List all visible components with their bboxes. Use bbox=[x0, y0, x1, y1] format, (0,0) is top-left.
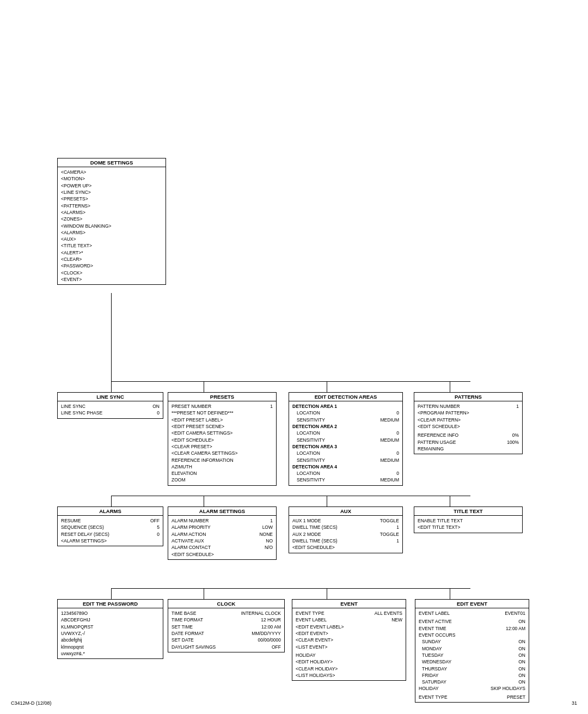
presets-edit-camera[interactable]: <EDIT CAMERA SETTINGS> bbox=[171, 430, 273, 436]
patterns-usage: PATTERN USAGE 100% bbox=[418, 439, 519, 446]
edit-event-title: EDIT EVENT bbox=[415, 600, 529, 608]
alarm-settings-title: ALARM SETTINGS bbox=[168, 507, 276, 516]
event-title: EVENT bbox=[292, 600, 406, 608]
line-sync-box: LINE SYNC LINE SYNC ON LINE SYNC PHASE 0 bbox=[57, 392, 163, 419]
det-area3-sens: SENSITIVITY MEDIUM bbox=[292, 457, 399, 463]
edit-event-label: EVENT LABEL EVENT01 bbox=[419, 610, 525, 617]
presets-ref-info: REFERENCE INFORMATION bbox=[171, 457, 273, 463]
patterns-box: PATTERNS PATTERN NUMBER 1 <PROGRAM PATTE… bbox=[414, 392, 523, 454]
presets-clear-camera[interactable]: <CLEAR CAMERA SETTINGS> bbox=[171, 450, 273, 456]
presets-content: PRESET NUMBER 1 ***PRESET NOT DEFINED***… bbox=[168, 401, 276, 485]
presets-edit-schedule[interactable]: <EDIT SCHEDULE> bbox=[171, 437, 273, 443]
edit-event-type: EVENT TYPE PRESET bbox=[419, 694, 525, 700]
connector-h-row3 bbox=[111, 496, 470, 496]
event-list-holidays[interactable]: <LIST HOLIDAYS> bbox=[296, 672, 402, 679]
aux1-dwell: DWELL TIME (SECS) 1 bbox=[292, 524, 399, 530]
dome-item-alarms2[interactable]: <ALARMS> bbox=[61, 229, 162, 236]
dome-item-zones[interactable]: <ZONES> bbox=[61, 216, 162, 222]
dome-item-password[interactable]: <PASSWORD> bbox=[61, 263, 162, 269]
dome-item-alert[interactable]: <ALERT>* bbox=[61, 249, 162, 256]
det-area4-sens: SENSITIVITY MEDIUM bbox=[292, 477, 399, 483]
alarm-activate-aux: ACTIVATE AUX NO bbox=[171, 538, 273, 544]
connector-v-row3-aux bbox=[327, 496, 327, 506]
connector-v-presets bbox=[204, 381, 204, 392]
event-content: EVENT TYPE ALL EVENTS EVENT LABEL NEW <E… bbox=[292, 608, 406, 680]
dome-item-clock[interactable]: <CLOCK> bbox=[61, 270, 162, 276]
edit-event-wednesday: WEDNESDAY ON bbox=[419, 658, 525, 665]
event-edit-holiday[interactable]: <EDIT HOLIDAY> bbox=[296, 658, 402, 665]
dome-item-motion[interactable]: <MOTION> bbox=[61, 175, 162, 182]
edit-event-box: EDIT EVENT EVENT LABEL EVENT01 EVENT ACT… bbox=[415, 599, 529, 703]
det-area2-sens: SENSITIVITY MEDIUM bbox=[292, 437, 399, 443]
edit-detection-title: EDIT DETECTION AREAS bbox=[289, 393, 402, 401]
alarm-settings-content: ALARM NUMBER 1 ALARM PRIORITY LOW ALARM … bbox=[168, 516, 276, 559]
edit-event-friday: FRIDAY ON bbox=[419, 672, 525, 679]
line-sync-row1: LINE SYNC ON bbox=[61, 403, 160, 410]
edit-detection-content: DETECTION AREA 1 LOCATION 0 SENSITIVITY … bbox=[289, 401, 402, 485]
patterns-edit-schedule[interactable]: <EDIT SCHEDULE> bbox=[418, 423, 519, 430]
dome-item-title-text[interactable]: <TITLE TEXT> bbox=[61, 242, 162, 249]
connector-v-line-sync bbox=[111, 381, 112, 392]
alarm-edit-schedule[interactable]: <EDIT SCHEDULE> bbox=[171, 551, 273, 558]
aux-edit-schedule[interactable]: <EDIT SCHEDULE> bbox=[292, 544, 399, 551]
connector-v-detect bbox=[327, 381, 327, 392]
event-list[interactable]: <LIST EVENT> bbox=[296, 644, 402, 650]
event-clear-holiday[interactable]: <CLEAR HOLIDAY> bbox=[296, 666, 402, 672]
pwd-line7: uvwxyz#&.* bbox=[61, 650, 160, 657]
edit-password-box: EDIT THE PASSWORD 123456789O ABCDEFGHIJ … bbox=[57, 599, 163, 659]
presets-edit-label[interactable]: <EDIT PRESET LABEL> bbox=[171, 417, 273, 423]
connector-v-row4-event bbox=[327, 588, 327, 599]
edit-event-thursday: THURSDAY ON bbox=[419, 666, 525, 672]
aux-title: AUX bbox=[289, 507, 402, 516]
alarm-contact: ALARM CONTACT N/O bbox=[171, 544, 273, 551]
dome-item-camera[interactable]: <CAMERA> bbox=[61, 169, 162, 175]
dome-item-presets[interactable]: <PRESETS> bbox=[61, 196, 162, 202]
clock-box: CLOCK TIME BASE INTERNAL CLOCK TIME FORM… bbox=[168, 599, 285, 652]
event-edit-label[interactable]: <EDIT EVENT LABEL> bbox=[296, 624, 402, 630]
patterns-program[interactable]: <PROGRAM PATTERN> bbox=[418, 410, 519, 416]
line-sync-row2: LINE SYNC PHASE 0 bbox=[61, 410, 160, 416]
dome-item-clear[interactable]: <CLEAR> bbox=[61, 256, 162, 263]
patterns-content: PATTERN NUMBER 1 <PROGRAM PATTERN> <CLEA… bbox=[414, 401, 522, 454]
dome-item-patterns[interactable]: <PATTERNS> bbox=[61, 203, 162, 209]
event-label: EVENT LABEL NEW bbox=[296, 617, 402, 623]
line-sync-label1: LINE SYNC bbox=[61, 403, 150, 410]
aux-box: AUX AUX 1 MODE TOGGLE DWELL TIME (SECS) … bbox=[289, 506, 403, 553]
dome-item-power-up[interactable]: <POWER UP> bbox=[61, 182, 162, 189]
patterns-clear[interactable]: <CLEAR PATTERN> bbox=[418, 417, 519, 423]
dome-item-alarms[interactable]: <ALARMS> bbox=[61, 209, 162, 216]
edit-password-content: 123456789O ABCDEFGHIJ KLMNOPQRST UVWXYZ,… bbox=[58, 608, 163, 658]
dome-item-line-sync[interactable]: <LINE SYNC> bbox=[61, 189, 162, 196]
dome-item-aux[interactable]: <AUX> bbox=[61, 236, 162, 242]
alarms-settings-link[interactable]: <ALARM SETTINGS> bbox=[61, 538, 160, 544]
alarm-number: ALARM NUMBER 1 bbox=[171, 517, 273, 524]
edit-event-occurs-header: EVENT OCCURS bbox=[419, 632, 525, 638]
pwd-line5: abcdefghij bbox=[61, 637, 160, 643]
presets-clear[interactable]: <CLEAR PRESET> bbox=[171, 443, 273, 450]
patterns-ref-info: REFERENCE INFO 0% bbox=[418, 432, 519, 438]
edit-detection-box: EDIT DETECTION AREAS DETECTION AREA 1 LO… bbox=[289, 392, 403, 486]
line-sync-label2: LINE SYNC PHASE bbox=[61, 410, 155, 416]
clock-time-format: TIME FORMAT 12 HOUR bbox=[171, 617, 281, 623]
alarms-box: ALARMS RESUME OFF SEQUENCE (SECS) 5 RESE… bbox=[57, 506, 163, 546]
dome-item-event[interactable]: <EVENT> bbox=[61, 276, 162, 283]
title-text-box: TITLE TEXT ENABLE TITLE TEXT <EDIT TITLE… bbox=[414, 506, 523, 533]
presets-azimuth: AZIMUTH bbox=[171, 463, 273, 470]
line-sync-value1: ON bbox=[152, 403, 160, 410]
clock-content: TIME BASE INTERNAL CLOCK TIME FORMAT 12 … bbox=[168, 608, 284, 652]
edit-title-text[interactable]: <EDIT TITLE TEXT> bbox=[418, 524, 519, 530]
presets-edit-scene[interactable]: <EDIT PRESET SCENE> bbox=[171, 423, 273, 430]
clock-daylight: DAYLIGHT SAVINGS OFF bbox=[171, 644, 281, 650]
connector-v-patterns bbox=[450, 381, 450, 392]
det-area2-header: DETECTION AREA 2 bbox=[292, 423, 399, 430]
connector-h-row4 bbox=[111, 588, 470, 589]
event-edit[interactable]: <EDIT EVENT> bbox=[296, 630, 402, 637]
event-clear[interactable]: <CLEAR EVENT> bbox=[296, 637, 402, 643]
dome-item-window-blanking[interactable]: <WINDOW BLANKING> bbox=[61, 223, 162, 229]
event-type: EVENT TYPE ALL EVENTS bbox=[296, 610, 402, 617]
connector-v-row3-alarms bbox=[111, 496, 112, 506]
edit-event-holiday: HOLIDAY SKIP HOLIDAYS bbox=[419, 685, 525, 692]
alarm-action: ALARM ACTION NONE bbox=[171, 531, 273, 538]
clock-set-date: SET DATE 00/00/0000 bbox=[171, 637, 281, 643]
enable-title-text[interactable]: ENABLE TITLE TEXT bbox=[418, 517, 519, 524]
